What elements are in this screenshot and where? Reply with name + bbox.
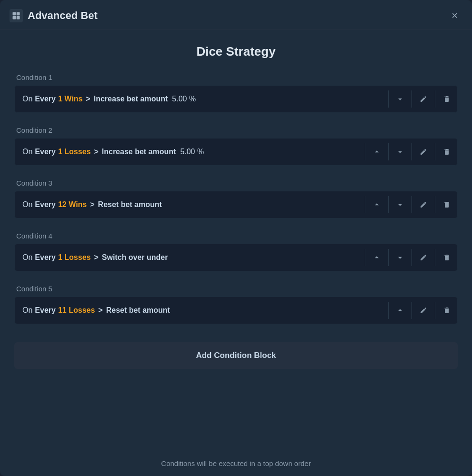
condition-block-3: Condition 3On Every 12 Wins > Reset bet … <box>14 179 458 218</box>
condition-edit-button-1[interactable] <box>413 86 434 112</box>
condition-text-2: On Every 1 Losses > Increase bet amount … <box>22 148 364 156</box>
condition-text-1: On Every 1 Wins > Increase bet amount 5.… <box>22 95 387 103</box>
condition-actions-4 <box>364 244 457 271</box>
condition-delete-button-5[interactable] <box>436 297 457 324</box>
modal-footer: Conditions will be executed in a top dow… <box>0 450 472 476</box>
condition-edit-button-4[interactable] <box>413 244 434 271</box>
modal: Advanced Bet × Dice Strategy Condition 1… <box>0 0 472 476</box>
footer-text: Conditions will be executed in a top dow… <box>161 459 311 467</box>
condition-label-2: Condition 2 <box>14 126 458 134</box>
modal-body: Dice Strategy Condition 1On Every 1 Wins… <box>0 30 472 450</box>
condition-down-button-3[interactable] <box>390 191 411 218</box>
condition-block-4: Condition 4On Every 1 Losses > Switch ov… <box>14 232 458 271</box>
modal-header: Advanced Bet × <box>0 0 472 30</box>
svg-rect-2 <box>13 16 16 20</box>
condition-up-button-5[interactable] <box>390 297 411 324</box>
condition-delete-button-1[interactable] <box>436 86 457 112</box>
condition-label-5: Condition 5 <box>14 285 458 293</box>
condition-delete-button-2[interactable] <box>436 139 457 165</box>
svg-rect-3 <box>17 16 20 20</box>
condition-down-button-4[interactable] <box>390 244 411 271</box>
condition-up-button-3[interactable] <box>366 191 387 218</box>
condition-edit-button-3[interactable] <box>413 191 434 218</box>
condition-label-3: Condition 3 <box>14 179 458 187</box>
condition-delete-button-4[interactable] <box>436 244 457 271</box>
condition-down-button-1[interactable] <box>390 86 411 112</box>
header-left: Advanced Bet <box>10 9 98 22</box>
condition-block-5: Condition 5On Every 11 Losses > Reset be… <box>14 285 458 324</box>
svg-rect-0 <box>13 12 16 16</box>
condition-label-4: Condition 4 <box>14 232 458 240</box>
condition-delete-button-3[interactable] <box>436 191 457 218</box>
condition-row-5: On Every 11 Losses > Reset bet amount <box>14 297 458 324</box>
condition-row-4: On Every 1 Losses > Switch over under <box>14 244 458 271</box>
condition-text-4: On Every 1 Losses > Switch over under <box>22 253 364 262</box>
condition-row-1: On Every 1 Wins > Increase bet amount 5.… <box>14 85 458 113</box>
header-icon <box>10 9 23 22</box>
condition-actions-5 <box>387 297 457 324</box>
conditions-container: Condition 1On Every 1 Wins > Increase be… <box>14 73 458 337</box>
condition-up-button-2[interactable] <box>366 139 387 165</box>
strategy-title: Dice Strategy <box>14 35 458 73</box>
condition-actions-3 <box>364 191 457 218</box>
condition-actions-2 <box>364 139 457 165</box>
header-title: Advanced Bet <box>28 10 98 22</box>
condition-block-1: Condition 1On Every 1 Wins > Increase be… <box>14 73 458 113</box>
condition-up-button-4[interactable] <box>366 244 387 271</box>
condition-text-5: On Every 11 Losses > Reset bet amount <box>22 306 387 315</box>
condition-edit-button-2[interactable] <box>413 139 434 165</box>
condition-text-3: On Every 12 Wins > Reset bet amount <box>22 200 364 209</box>
condition-down-button-2[interactable] <box>390 139 411 165</box>
condition-block-2: Condition 2On Every 1 Losses > Increase … <box>14 126 458 166</box>
svg-rect-1 <box>17 12 20 16</box>
condition-row-2: On Every 1 Losses > Increase bet amount … <box>14 138 458 166</box>
condition-actions-1 <box>387 86 457 112</box>
add-condition-button[interactable]: Add Condition Block <box>14 342 458 369</box>
condition-label-1: Condition 1 <box>14 73 458 81</box>
condition-row-3: On Every 12 Wins > Reset bet amount <box>14 191 458 218</box>
close-button[interactable]: × <box>449 9 461 23</box>
condition-edit-button-5[interactable] <box>413 297 434 324</box>
